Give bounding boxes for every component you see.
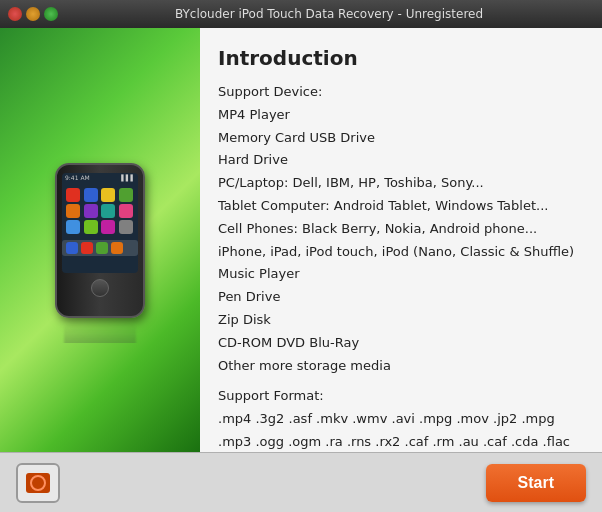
start-button[interactable]: Start	[486, 464, 586, 502]
title-bar: BYclouder iPod Touch Data Recovery - Unr…	[0, 0, 602, 28]
support-device-label: Support Device:	[218, 82, 582, 103]
app-icon	[66, 188, 80, 202]
app-icon	[84, 204, 98, 218]
device-music-player: Music Player	[218, 264, 582, 285]
support-format-label: Support Format:	[218, 386, 582, 407]
window-controls	[8, 7, 58, 21]
ipod-device: 9:41 AM ▌▌▌	[55, 163, 145, 318]
home-button	[91, 279, 109, 297]
minimize-button[interactable]	[26, 7, 40, 21]
app-icon	[101, 188, 115, 202]
app-icon	[84, 188, 98, 202]
ipod-reflection	[64, 323, 136, 343]
ipod-illustration: 9:41 AM ▌▌▌	[55, 163, 145, 318]
format-line-1: .mp4 .3g2 .asf .mkv .wmv .avi .mpg .mov …	[218, 409, 582, 430]
app-icon	[119, 188, 133, 202]
dock-bar	[62, 240, 138, 256]
app-icon	[119, 220, 133, 234]
app-icon	[66, 204, 80, 218]
format-line-2: .mp3 .ogg .ogm .ra .rns .rx2 .caf .rm .a…	[218, 432, 582, 452]
ipod-screen: 9:41 AM ▌▌▌	[62, 173, 138, 273]
device-cd-rom: CD-ROM DVD Blu-Ray	[218, 333, 582, 354]
bottom-bar: Start	[0, 452, 602, 512]
device-mp4: MP4 Player	[218, 105, 582, 126]
maximize-button[interactable]	[44, 7, 58, 21]
ipod-body: 9:41 AM ▌▌▌	[55, 163, 145, 318]
intro-content: Support Device: MP4 Player Memory Card U…	[218, 82, 582, 452]
app-icon	[101, 204, 115, 218]
device-zip-disk: Zip Disk	[218, 310, 582, 331]
dock-icon	[81, 242, 93, 254]
device-pen-drive: Pen Drive	[218, 287, 582, 308]
device-memory-card: Memory Card USB Drive	[218, 128, 582, 149]
device-tablet: Tablet Computer: Android Tablet, Windows…	[218, 196, 582, 217]
dock-icon	[66, 242, 78, 254]
left-panel: 9:41 AM ▌▌▌	[0, 28, 200, 452]
right-panel: Introduction Support Device: MP4 Player …	[200, 28, 602, 452]
window-title: BYclouder iPod Touch Data Recovery - Unr…	[64, 7, 594, 21]
status-bar: 9:41 AM ▌▌▌	[62, 173, 138, 182]
app-grid	[62, 184, 138, 238]
device-pc-laptop: PC/Laptop: Dell, IBM, HP, Toshiba, Sony.…	[218, 173, 582, 194]
close-button[interactable]	[8, 7, 22, 21]
device-other: Other more storage media	[218, 356, 582, 377]
app-icon	[66, 220, 80, 234]
app-icon	[84, 220, 98, 234]
camera-icon	[26, 473, 50, 493]
dock-icon	[111, 242, 123, 254]
device-cell-phones: Cell Phones: Black Berry, Nokia, Android…	[218, 219, 582, 240]
camera-button[interactable]	[16, 463, 60, 503]
device-iphone: iPhone, iPad, iPod touch, iPod (Nano, Cl…	[218, 242, 582, 263]
dock-icon	[96, 242, 108, 254]
app-icon	[101, 220, 115, 234]
main-area: 9:41 AM ▌▌▌	[0, 28, 602, 452]
intro-title: Introduction	[218, 46, 582, 70]
app-icon	[119, 204, 133, 218]
device-hard-drive: Hard Drive	[218, 150, 582, 171]
